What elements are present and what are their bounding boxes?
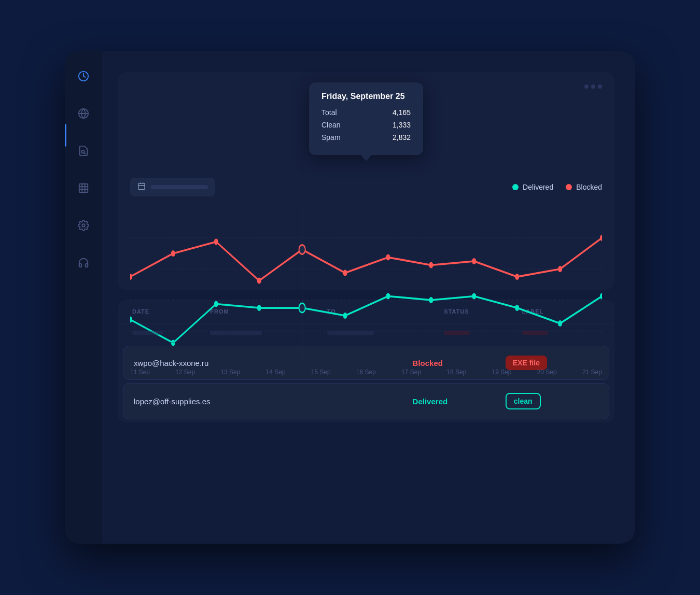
- x-label-2: 13 Sep: [220, 369, 240, 376]
- svg-point-29: [558, 266, 562, 272]
- x-label-8: 19 Sep: [492, 369, 512, 376]
- sidebar-item-report[interactable]: [74, 141, 93, 160]
- svg-point-36: [343, 313, 347, 319]
- svg-line-4: [84, 153, 85, 154]
- row2-label-badge: clean: [506, 393, 541, 409]
- main-content: Friday, September 25 Total 4,165 Clean 1…: [102, 51, 635, 544]
- x-label-10: 21 Sep: [582, 369, 602, 376]
- dot-menu-1: [584, 84, 589, 89]
- x-label-3: 14 Sep: [266, 369, 286, 376]
- svg-point-26: [429, 262, 433, 268]
- svg-point-28: [515, 274, 519, 280]
- svg-point-40: [515, 305, 519, 311]
- chart-container: Friday, September 25 Total 4,165 Clean 1…: [118, 72, 614, 290]
- calendar-icon: [137, 182, 146, 192]
- sidebar: [65, 51, 102, 544]
- tooltip-value-spam: 2,832: [393, 133, 411, 141]
- svg-rect-5: [79, 184, 88, 193]
- chart-x-labels: 11 Sep 12 Sep 13 Sep 14 Sep 15 Sep 16 Se…: [130, 364, 602, 376]
- table-row-placeholder: [118, 323, 614, 343]
- x-label-0: 11 Sep: [130, 369, 150, 376]
- svg-point-19: [130, 274, 132, 280]
- sidebar-accent: [65, 124, 66, 147]
- legend-label-delivered: Delivered: [523, 183, 553, 191]
- legend-dot-blocked: [566, 184, 572, 190]
- sidebar-item-dashboard[interactable]: [74, 67, 93, 86]
- svg-point-10: [82, 224, 85, 227]
- tooltip-value-total: 4,165: [393, 108, 411, 117]
- tooltip-row-clean: Clean 1,333: [321, 121, 411, 129]
- date-picker[interactable]: [130, 178, 215, 196]
- x-label-6: 17 Sep: [401, 369, 421, 376]
- placeholder-bar-status: [444, 331, 470, 335]
- svg-point-44: [299, 245, 305, 254]
- x-label-1: 12 Sep: [175, 369, 195, 376]
- sidebar-item-support[interactable]: [74, 253, 93, 272]
- dot-menu-3: [598, 84, 602, 89]
- svg-point-31: [130, 317, 132, 323]
- x-label-4: 15 Sep: [311, 369, 331, 376]
- svg-rect-11: [138, 183, 145, 190]
- chart-tooltip: Friday, September 25 Total 4,165 Clean 1…: [309, 82, 423, 155]
- tooltip-label-total: Total: [321, 108, 337, 117]
- chart-header: Delivered Blocked: [130, 178, 602, 196]
- tooltip-row-total: Total 4,165: [321, 108, 411, 117]
- dots-menu[interactable]: [584, 84, 602, 89]
- table-row-delivered[interactable]: lopez@off-supplies.es Delivered clean: [123, 383, 609, 419]
- svg-point-39: [472, 293, 476, 300]
- svg-point-38: [429, 297, 433, 303]
- row2-from: lopez@off-supplies.es: [134, 397, 273, 406]
- tooltip-title: Friday, September 25: [321, 92, 411, 101]
- svg-point-45: [299, 303, 305, 313]
- date-range-bar: [151, 185, 208, 189]
- svg-point-34: [257, 305, 261, 311]
- sidebar-item-globe[interactable]: [74, 104, 93, 123]
- svg-point-33: [214, 301, 218, 307]
- svg-point-37: [386, 293, 390, 300]
- tooltip-label-clean: Clean: [321, 121, 341, 129]
- x-label-7: 18 Sep: [446, 369, 466, 376]
- svg-point-20: [171, 250, 175, 257]
- placeholder-bar-to: [327, 331, 374, 335]
- svg-point-21: [214, 239, 218, 245]
- chart-legend: Delivered Blocked: [512, 183, 602, 191]
- legend-dot-delivered: [512, 184, 519, 190]
- svg-point-24: [343, 270, 347, 276]
- svg-point-27: [472, 258, 476, 264]
- x-label-5: 16 Sep: [356, 369, 376, 376]
- x-label-9: 20 Sep: [537, 369, 557, 376]
- placeholder-bar-label: [522, 331, 548, 335]
- legend-delivered: Delivered: [512, 183, 553, 191]
- tooltip-arrow: [361, 155, 371, 161]
- row2-status: Delivered: [413, 397, 506, 406]
- sidebar-item-settings[interactable]: [74, 216, 93, 235]
- placeholder-bar-date: [132, 331, 163, 335]
- svg-point-25: [386, 254, 390, 261]
- row2-label-cell: clean: [506, 393, 598, 409]
- browser-window: Friday, September 25 Total 4,165 Clean 1…: [65, 51, 635, 544]
- placeholder-bar-from: [210, 331, 262, 335]
- tooltip-label-spam: Spam: [321, 133, 341, 141]
- svg-point-22: [257, 278, 261, 284]
- legend-blocked: Blocked: [566, 183, 602, 191]
- sidebar-item-analytics[interactable]: [74, 179, 93, 197]
- dot-menu-2: [591, 84, 595, 89]
- legend-label-blocked: Blocked: [576, 183, 602, 191]
- tooltip-value-clean: 1,333: [393, 121, 411, 129]
- tooltip-row-spam: Spam 2,832: [321, 133, 411, 141]
